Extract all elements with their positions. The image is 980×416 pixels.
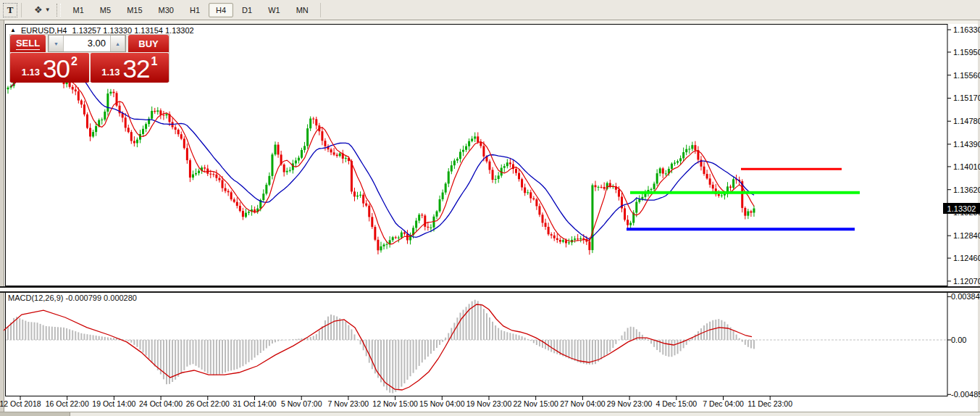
time-axis-label: 19 Nov 23:00 bbox=[466, 399, 511, 408]
volume-decrease-button[interactable]: ▼ bbox=[49, 36, 64, 51]
price-axis-label: 1.16330 bbox=[953, 25, 980, 34]
macd-axis-label: 0.00 bbox=[951, 336, 966, 344]
buy-price-prefix: 1.13 bbox=[101, 67, 120, 78]
price-axis-label: 1.15950 bbox=[953, 48, 980, 57]
time-axis-label: 29 Nov 23:00 bbox=[607, 399, 652, 408]
price-axis-label: 1.14010 bbox=[953, 162, 980, 171]
volume-increase-button[interactable]: ▲ bbox=[110, 36, 125, 51]
current-price-tag: 1.13302 bbox=[943, 203, 980, 214]
time-axis-label: 26 Oct 22:00 bbox=[186, 399, 230, 408]
buy-button[interactable]: BUY bbox=[128, 35, 169, 52]
collapse-triangle-icon[interactable]: ▲ bbox=[10, 28, 16, 33]
time-axis-label: 22 Nov 15:00 bbox=[513, 399, 558, 408]
sell-price-prefix: 1.13 bbox=[22, 67, 40, 78]
time-axis-label: 27 Nov 04:00 bbox=[560, 399, 605, 408]
sell-button[interactable]: SELL bbox=[10, 35, 46, 52]
time-axis-label: 7 Nov 23:00 bbox=[328, 399, 369, 408]
price-axis-label: 1.15170 bbox=[953, 93, 980, 102]
price-axis-label: 1.12460 bbox=[953, 254, 980, 262]
price-axis-label: 1.14780 bbox=[953, 117, 980, 125]
ma-slow-line bbox=[11, 66, 754, 239]
price-axis-label: 1.15560 bbox=[953, 71, 980, 80]
buy-price-pip: 1 bbox=[151, 55, 157, 68]
sell-price-box[interactable]: 1.13 30 2 bbox=[10, 53, 89, 83]
volume-stepper: ▼ 3.00 ▲ bbox=[48, 35, 126, 52]
price-axis-label: 1.13620 bbox=[953, 186, 980, 194]
macd-axis-label: -0.004856 bbox=[951, 390, 980, 399]
sell-price-pip: 2 bbox=[71, 55, 78, 68]
one-click-trade-panel: SELL ▼ 3.00 ▲ BUY 1.13 30 2 1.13 32 1 bbox=[9, 34, 169, 82]
price-axis-label: 1.12070 bbox=[953, 277, 980, 286]
time-axis-label: 7 Dec 04:00 bbox=[703, 399, 744, 408]
macd-axis-label: 0.003847 bbox=[951, 292, 980, 301]
volume-input[interactable]: 3.00 bbox=[64, 36, 110, 51]
time-axis-label: 5 Nov 07:00 bbox=[281, 399, 322, 408]
time-axis-label: 15 Nov 04:00 bbox=[419, 399, 464, 408]
time-axis-label: 31 Oct 14:00 bbox=[233, 399, 276, 408]
time-axis-label: 19 Oct 14:00 bbox=[92, 399, 135, 408]
pane-splitter[interactable] bbox=[0, 291, 980, 293]
ma-fast-line bbox=[11, 61, 754, 244]
buy-price-main: 32 bbox=[122, 58, 149, 80]
mt4-window: T ❖ ▼ M1M5M15M30H1H4D1W1MN ▲ EURUSD,H4 1… bbox=[0, 0, 980, 416]
candlesticks bbox=[7, 56, 755, 255]
time-axis-label: 16 Oct 22:00 bbox=[46, 399, 89, 408]
time-axis-label: 12 Oct 2018 bbox=[0, 399, 41, 408]
time-axis-label: 11 Dec 23:00 bbox=[747, 399, 792, 408]
macd-indicator-label: MACD(12,26,9) -0.000799 0.000280 bbox=[8, 294, 137, 302]
sell-price-main: 30 bbox=[43, 58, 70, 80]
macd-signal-value: 0.000280 bbox=[104, 294, 137, 302]
time-axis-label: 12 Nov 15:00 bbox=[372, 399, 417, 408]
macd-value: -0.000799 bbox=[65, 294, 101, 302]
time-axis-label: 24 Oct 04:00 bbox=[139, 399, 183, 408]
time-axis-label: 4 Dec 15:00 bbox=[656, 399, 697, 408]
price-axis-label: 1.14390 bbox=[953, 140, 980, 149]
macd-histogram bbox=[8, 300, 754, 394]
price-axis-label: 1.12840 bbox=[953, 231, 980, 240]
buy-price-box[interactable]: 1.13 32 1 bbox=[91, 53, 169, 83]
